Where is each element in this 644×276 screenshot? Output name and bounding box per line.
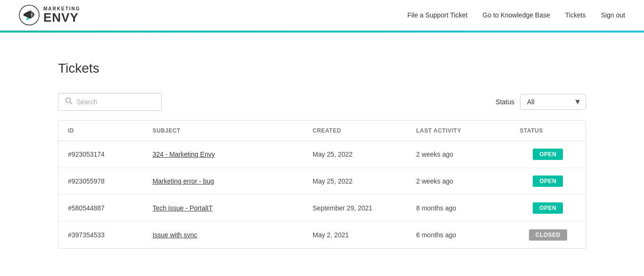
ticket-subject-link[interactable]: Marketing error - bug bbox=[152, 177, 214, 185]
main-content: Tickets Status All Open Closed ▼ bbox=[20, 33, 624, 268]
status-filter-label: Status bbox=[495, 98, 514, 106]
page-title: Tickets bbox=[58, 61, 586, 76]
knowledge-base-link[interactable]: Go to Knowledge Base bbox=[483, 11, 550, 19]
ticket-created: May 25, 2022 bbox=[303, 141, 407, 168]
table-body: #923053174 324 - Marketing Envy May 25, … bbox=[58, 141, 586, 249]
logo-text: MARKETING ENVY bbox=[43, 7, 81, 24]
ticket-status-cell: OPEN bbox=[511, 195, 586, 222]
status-badge: OPEN bbox=[533, 176, 563, 187]
col-header-status: STATUS bbox=[511, 121, 586, 141]
nav: File a Support Ticket Go to Knowledge Ba… bbox=[407, 11, 625, 19]
ticket-activity: 2 weeks ago bbox=[407, 141, 511, 168]
status-badge: CLOSED bbox=[529, 229, 567, 241]
ticket-subject-link[interactable]: Tech issue - PortalIT bbox=[152, 204, 213, 212]
ticket-id: #397354533 bbox=[58, 222, 143, 249]
header: MARKETING ENVY File a Support Ticket Go … bbox=[0, 0, 644, 31]
ticket-status-cell: CLOSED bbox=[511, 222, 586, 249]
ticket-subject: 324 - Marketing Envy bbox=[143, 141, 303, 168]
search-icon bbox=[65, 97, 73, 107]
status-badge: OPEN bbox=[533, 202, 563, 214]
table-header-row: ID SUBJECT CREATED LAST ACTIVITY STATUS bbox=[58, 121, 586, 141]
ticket-created: May 2, 2021 bbox=[303, 222, 407, 249]
table-row: #580544887 Tech issue - PortalIT Septemb… bbox=[58, 195, 586, 222]
ticket-subject: Marketing error - bug bbox=[143, 168, 303, 195]
ticket-created: September 29, 2021 bbox=[303, 195, 407, 222]
col-header-subject: SUBJECT bbox=[143, 121, 303, 141]
ticket-id: #580544887 bbox=[58, 195, 143, 222]
ticket-subject-link[interactable]: Issue with sync bbox=[152, 231, 197, 239]
table-row: #397354533 Issue with sync May 2, 2021 6… bbox=[58, 222, 586, 249]
col-header-created: CREATED bbox=[303, 121, 407, 141]
svg-line-3 bbox=[70, 102, 72, 104]
sign-out-link[interactable]: Sign out bbox=[601, 11, 625, 19]
status-filter: Status All Open Closed ▼ bbox=[495, 94, 586, 110]
ticket-status-cell: OPEN bbox=[511, 168, 586, 195]
ticket-activity: 2 weeks ago bbox=[407, 168, 511, 195]
ticket-activity: 6 months ago bbox=[407, 222, 511, 249]
logo-envy-text: ENVY bbox=[43, 11, 81, 24]
ticket-subject: Issue with sync bbox=[143, 222, 303, 249]
col-header-activity: LAST ACTIVITY bbox=[407, 121, 511, 141]
logo: MARKETING ENVY bbox=[19, 5, 81, 25]
search-input[interactable] bbox=[76, 98, 155, 106]
ticket-subject-link[interactable]: 324 - Marketing Envy bbox=[152, 151, 215, 158]
status-badge: OPEN bbox=[533, 149, 563, 160]
ticket-subject: Tech issue - PortalIT bbox=[143, 195, 303, 222]
status-select[interactable]: All Open Closed bbox=[520, 94, 586, 110]
col-header-id: ID bbox=[58, 121, 143, 141]
ticket-id: #923053174 bbox=[58, 141, 143, 168]
ticket-status-cell: OPEN bbox=[511, 141, 586, 168]
search-box bbox=[58, 93, 162, 111]
table-row: #923053174 324 - Marketing Envy May 25, … bbox=[58, 141, 586, 168]
file-ticket-link[interactable]: File a Support Ticket bbox=[407, 11, 468, 19]
filter-row: Status All Open Closed ▼ bbox=[58, 93, 586, 111]
status-select-wrap: All Open Closed ▼ bbox=[520, 94, 586, 110]
ticket-created: May 25, 2022 bbox=[303, 168, 407, 195]
tickets-link[interactable]: Tickets bbox=[565, 11, 586, 19]
table-header: ID SUBJECT CREATED LAST ACTIVITY STATUS bbox=[58, 121, 586, 141]
ticket-table: ID SUBJECT CREATED LAST ACTIVITY STATUS … bbox=[58, 120, 586, 249]
svg-rect-1 bbox=[24, 14, 25, 16]
ticket-activity: 8 months ago bbox=[407, 195, 511, 222]
logo-icon bbox=[19, 5, 40, 25]
ticket-id: #923055978 bbox=[58, 168, 143, 195]
table-row: #923055978 Marketing error - bug May 25,… bbox=[58, 168, 586, 195]
